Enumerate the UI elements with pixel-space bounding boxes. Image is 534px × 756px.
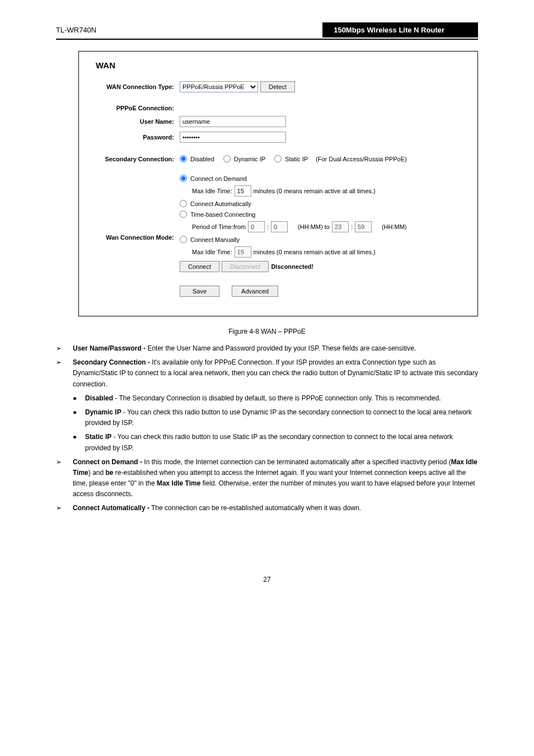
desc-sub-disabled: - The Secondary Connection is disabled b… — [113, 394, 441, 402]
sub-bullet-icon: ● — [73, 393, 85, 404]
wan-connection-type-select[interactable]: PPPoE/Russia PPPoE — [180, 81, 258, 92]
time-from-m[interactable] — [271, 221, 288, 232]
secondary-static-text: Static IP — [285, 156, 308, 162]
mode-manual-radio[interactable] — [180, 236, 187, 243]
desc-sub-dynamic-label: Dynamic IP — [85, 408, 121, 416]
wan-connection-type-label: WAN Connection Type: — [90, 83, 180, 90]
max-idle-input-1[interactable] — [235, 185, 251, 197]
connect-button[interactable]: Connect — [180, 261, 219, 272]
time-to-m[interactable] — [355, 221, 372, 232]
desc-sub-dynamic: - You can check this radio button to use… — [85, 408, 472, 427]
desc-sub-disabled-label: Disabled — [85, 394, 113, 402]
advanced-button[interactable]: Advanced — [232, 286, 278, 297]
save-button[interactable]: Save — [180, 286, 219, 297]
model-name: TL-WR740N — [56, 26, 96, 34]
desc-auto-label: Connect Automatically - — [73, 504, 149, 512]
mode-auto-text: Connect Automatically — [190, 200, 251, 207]
figure-caption: Figure 4-8 WAN – PPPoE — [56, 328, 478, 335]
period-label: Period of Time:from — [192, 223, 246, 230]
model-tagline: 150Mbps Wireless Lite N Router — [322, 22, 478, 38]
mode-auto-radio[interactable] — [180, 200, 187, 207]
pppoe-section-label: PPPoE Connection: — [90, 105, 180, 111]
sub-bullet-icon: ● — [73, 432, 85, 453]
password-label: Password: — [90, 134, 180, 141]
minutes-note-2: minutes (0 means remain active at all ti… — [254, 249, 376, 255]
bullet-icon: ➢ — [56, 503, 73, 514]
secondary-disabled-radio[interactable] — [180, 155, 187, 162]
desc-cod-label: Connect on Demand - — [73, 458, 142, 466]
secondary-disabled-text: Disabled — [190, 156, 214, 162]
connection-status: Disconnected! — [271, 263, 313, 270]
max-idle-input-2[interactable] — [235, 246, 251, 258]
minutes-note-1: minutes (0 means remain active at all ti… — [254, 188, 376, 194]
wan-config-panel: WAN WAN Connection Type: PPPoE/Russia PP… — [78, 51, 478, 316]
secondary-dynamic-radio[interactable] — [223, 155, 231, 162]
mode-connect-on-demand-text: Connect on Demand — [190, 175, 247, 182]
secondary-connection-label: Secondary Connection: — [90, 156, 180, 162]
disconnect-button[interactable]: Disconnect — [222, 261, 269, 272]
mode-time-text: Time-based Connecting — [190, 211, 255, 218]
desc-secondary-label: Secondary Connection - — [73, 358, 150, 366]
desc-sub-static-label: Static IP — [85, 433, 111, 441]
desc-cod-2: ) and — [88, 469, 106, 477]
password-input[interactable] — [180, 132, 286, 143]
description-list: ➢ User Name/Password - Enter the User Na… — [56, 343, 478, 514]
max-idle-label-1: Max Idle Time: — [192, 188, 232, 194]
sub-bullet-icon: ● — [73, 407, 85, 428]
wan-mode-label: Wan Connection Mode: — [90, 234, 180, 241]
hhmm-to: (HH:MM) to — [298, 223, 330, 230]
detect-button[interactable]: Detect — [260, 81, 295, 92]
secondary-note: (For Dual Access/Russia PPPoE) — [316, 156, 407, 162]
panel-title: WAN — [96, 60, 466, 70]
time-to-h[interactable] — [332, 221, 349, 232]
time-from-h[interactable] — [248, 221, 265, 232]
mode-time-radio[interactable] — [180, 211, 187, 218]
bullet-icon: ➢ — [56, 357, 73, 390]
bullet-icon: ➢ — [56, 457, 73, 500]
secondary-dynamic-text: Dynamic IP — [234, 156, 265, 162]
desc-username-label: User Name/Password - — [73, 344, 146, 352]
desc-cod-1: In this mode, the Internet connection ca… — [142, 458, 451, 466]
mode-connect-on-demand-radio[interactable] — [180, 175, 187, 182]
hhmm: (HH:MM) — [382, 223, 407, 230]
desc-auto: The connection can be re-established aut… — [149, 504, 361, 512]
page-header: TL-WR740N 150Mbps Wireless Lite N Router — [56, 22, 478, 40]
desc-cod-b2: be — [105, 469, 113, 477]
max-idle-label-2: Max Idle Time: — [192, 249, 232, 255]
page-number: 27 — [56, 576, 478, 584]
desc-sub-static: - You can check this radio button to use… — [85, 433, 453, 451]
mode-manual-text: Connect Manually — [190, 236, 240, 243]
secondary-static-radio[interactable] — [274, 155, 282, 162]
username-label: User Name: — [90, 118, 180, 125]
desc-username: Enter the User Name and Password provide… — [146, 344, 416, 352]
bullet-icon: ➢ — [56, 343, 73, 354]
desc-cod-b3: Max Idle Time — [157, 479, 200, 487]
username-input[interactable] — [180, 116, 286, 127]
